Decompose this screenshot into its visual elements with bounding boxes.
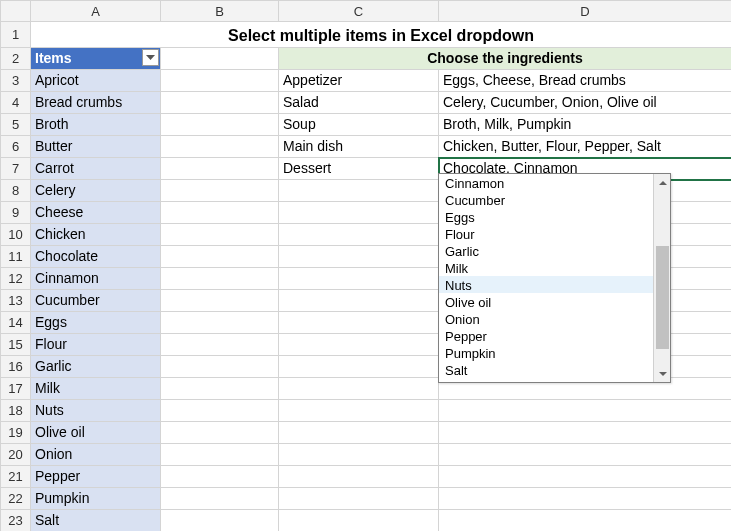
items-cell[interactable]: Salt xyxy=(31,510,161,532)
scroll-thumb[interactable] xyxy=(656,246,669,349)
cell[interactable] xyxy=(279,488,439,510)
row-header[interactable]: 22 xyxy=(1,488,31,510)
dropdown-item[interactable]: Nuts xyxy=(439,276,655,293)
items-cell[interactable]: Milk xyxy=(31,378,161,400)
cell[interactable] xyxy=(279,268,439,290)
cell[interactable] xyxy=(161,136,279,158)
dropdown-item[interactable]: Cucumber xyxy=(439,191,655,208)
row-header[interactable]: 13 xyxy=(1,290,31,312)
cell[interactable] xyxy=(279,290,439,312)
row-header[interactable]: 1 xyxy=(1,22,31,48)
row-header[interactable]: 7 xyxy=(1,158,31,180)
row-header[interactable]: 17 xyxy=(1,378,31,400)
cell[interactable] xyxy=(279,312,439,334)
items-cell[interactable]: Butter xyxy=(31,136,161,158)
cell[interactable] xyxy=(439,510,732,532)
cell[interactable] xyxy=(279,510,439,532)
cell[interactable] xyxy=(161,378,279,400)
cell[interactable] xyxy=(279,422,439,444)
row-header[interactable]: 3 xyxy=(1,70,31,92)
cell[interactable] xyxy=(161,246,279,268)
dropdown-item[interactable]: Olive oil xyxy=(439,293,655,310)
row-header[interactable]: 5 xyxy=(1,114,31,136)
items-header-cell[interactable]: Items xyxy=(31,48,161,70)
dish-name-cell[interactable]: Soup xyxy=(279,114,439,136)
dropdown-item[interactable]: Salt xyxy=(439,361,655,378)
items-cell[interactable]: Broth xyxy=(31,114,161,136)
row-header[interactable]: 4 xyxy=(1,92,31,114)
dropdown-item[interactable]: Milk xyxy=(439,259,655,276)
dropdown-item[interactable]: Cinnamon xyxy=(439,174,655,191)
items-cell[interactable]: Cinnamon xyxy=(31,268,161,290)
row-header[interactable]: 15 xyxy=(1,334,31,356)
cell[interactable] xyxy=(161,114,279,136)
cell[interactable] xyxy=(279,444,439,466)
row-header[interactable]: 16 xyxy=(1,356,31,378)
dropdown-item[interactable]: Eggs xyxy=(439,208,655,225)
cell[interactable] xyxy=(161,356,279,378)
cell[interactable] xyxy=(439,466,732,488)
dish-name-cell[interactable]: Salad xyxy=(279,92,439,114)
items-cell[interactable]: Celery xyxy=(31,180,161,202)
items-cell[interactable]: Carrot xyxy=(31,158,161,180)
ingredients-cell[interactable]: Eggs, Cheese, Bread crumbs xyxy=(439,70,732,92)
cell[interactable] xyxy=(161,202,279,224)
dish-name-cell[interactable]: Main dish xyxy=(279,136,439,158)
items-cell[interactable]: Apricot xyxy=(31,70,161,92)
cell[interactable] xyxy=(279,202,439,224)
cell[interactable] xyxy=(161,48,279,70)
dropdown-scrollbar[interactable] xyxy=(653,174,670,382)
cell[interactable] xyxy=(161,290,279,312)
row-header[interactable]: 20 xyxy=(1,444,31,466)
dropdown-item[interactable]: Pepper xyxy=(439,327,655,344)
cell[interactable] xyxy=(161,224,279,246)
dropdown-item[interactable]: Flour xyxy=(439,225,655,242)
dropdown-item[interactable]: Garlic xyxy=(439,242,655,259)
cell[interactable] xyxy=(161,268,279,290)
cell[interactable] xyxy=(161,488,279,510)
scroll-up-icon[interactable] xyxy=(654,174,671,191)
row-header[interactable]: 14 xyxy=(1,312,31,334)
cell[interactable] xyxy=(161,92,279,114)
cell[interactable] xyxy=(161,312,279,334)
scroll-down-icon[interactable] xyxy=(654,365,671,382)
col-header-D[interactable]: D xyxy=(439,1,732,22)
items-cell[interactable]: Flour xyxy=(31,334,161,356)
ingredients-cell[interactable]: Celery, Cucumber, Onion, Olive oil xyxy=(439,92,732,114)
cell[interactable] xyxy=(439,422,732,444)
row-header[interactable]: 18 xyxy=(1,400,31,422)
items-cell[interactable]: Chicken xyxy=(31,224,161,246)
dish-name-cell[interactable]: Dessert xyxy=(279,158,439,180)
items-cell[interactable]: Pepper xyxy=(31,466,161,488)
cell[interactable] xyxy=(161,180,279,202)
items-cell[interactable]: Olive oil xyxy=(31,422,161,444)
dropdown-item[interactable]: Pumpkin xyxy=(439,344,655,361)
row-header[interactable]: 2 xyxy=(1,48,31,70)
row-header[interactable]: 9 xyxy=(1,202,31,224)
filter-button[interactable] xyxy=(142,49,159,66)
cell[interactable] xyxy=(279,400,439,422)
row-header[interactable]: 23 xyxy=(1,510,31,532)
items-cell[interactable]: Pumpkin xyxy=(31,488,161,510)
items-cell[interactable]: Chocolate xyxy=(31,246,161,268)
cell[interactable] xyxy=(279,246,439,268)
cell[interactable] xyxy=(161,158,279,180)
cell[interactable] xyxy=(279,334,439,356)
corner-cell[interactable] xyxy=(1,1,31,22)
dish-name-cell[interactable]: Appetizer xyxy=(279,70,439,92)
cell[interactable] xyxy=(279,224,439,246)
items-cell[interactable]: Bread crumbs xyxy=(31,92,161,114)
cell[interactable] xyxy=(439,488,732,510)
cell[interactable] xyxy=(279,356,439,378)
cell[interactable] xyxy=(161,466,279,488)
cell[interactable] xyxy=(279,466,439,488)
cell[interactable] xyxy=(161,510,279,532)
items-cell[interactable]: Eggs xyxy=(31,312,161,334)
row-header[interactable]: 19 xyxy=(1,422,31,444)
items-cell[interactable]: Onion xyxy=(31,444,161,466)
items-cell[interactable]: Cucumber xyxy=(31,290,161,312)
row-header[interactable]: 11 xyxy=(1,246,31,268)
dropdown-item[interactable]: Onion xyxy=(439,310,655,327)
cell[interactable] xyxy=(279,378,439,400)
items-cell[interactable]: Garlic xyxy=(31,356,161,378)
